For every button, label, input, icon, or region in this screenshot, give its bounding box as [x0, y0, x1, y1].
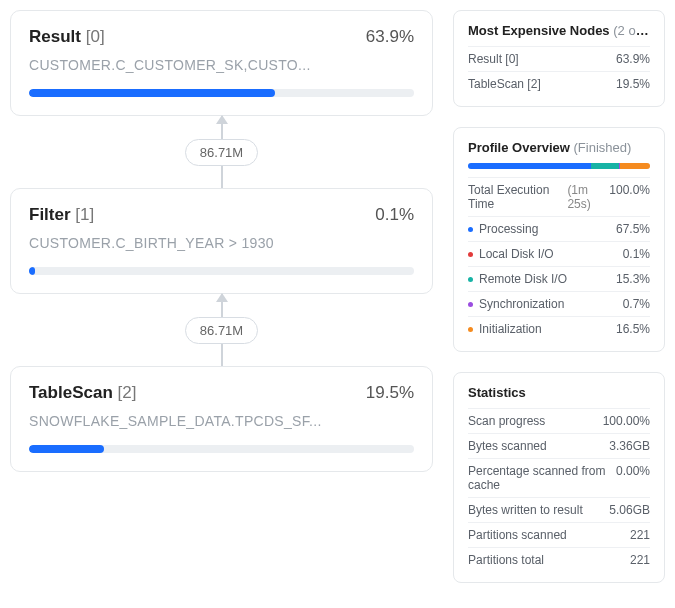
plan-node-filter[interactable]: Filter [1] 0.1% CUSTOMER.C_BIRTH_YEAR > …	[10, 188, 433, 294]
stat-row: Partitions total221	[468, 547, 650, 572]
expensive-nodes-panel: Most Expensive Nodes (2 of ... Result [0…	[453, 10, 665, 107]
arrow-up-icon	[216, 115, 228, 124]
dot-icon	[468, 302, 473, 307]
profile-overview-panel: Profile Overview (Finished) Total Execut…	[453, 127, 665, 352]
stat-row: Scan progress100.00%	[468, 408, 650, 433]
overview-metric-row: Local Disk I/O0.1%	[468, 241, 650, 266]
panel-title: Most Expensive Nodes (2 of ...	[468, 23, 650, 38]
overview-metric-row: Remote Disk I/O15.3%	[468, 266, 650, 291]
node-cost-bar	[29, 267, 414, 275]
plan-node-result[interactable]: Result [0] 63.9% CUSTOMER.C_CUSTOMER_SK,…	[10, 10, 433, 116]
stat-row: Bytes scanned3.36GB	[468, 433, 650, 458]
node-title: Filter [1]	[29, 205, 94, 225]
edge-rowcount: 86.71M	[185, 317, 258, 344]
node-percent: 19.5%	[366, 383, 414, 403]
plan-node-tablescan[interactable]: TableScan [2] 19.5% SNOWFLAKE_SAMPLE_DAT…	[10, 366, 433, 472]
stat-row: Percentage scanned from cache0.00%	[468, 458, 650, 497]
panel-title: Profile Overview (Finished)	[468, 140, 650, 155]
arrow-up-icon	[216, 293, 228, 302]
time-breakdown-bar	[468, 163, 650, 169]
overview-metric-row: Processing67.5%	[468, 216, 650, 241]
node-percent: 63.9%	[366, 27, 414, 47]
query-plan-graph: Result [0] 63.9% CUSTOMER.C_CUSTOMER_SK,…	[10, 10, 433, 583]
node-title: Result [0]	[29, 27, 105, 47]
dot-icon	[468, 252, 473, 257]
node-cost-bar	[29, 445, 414, 453]
node-detail: CUSTOMER.C_BIRTH_YEAR > 1930	[29, 235, 414, 251]
node-title: TableScan [2]	[29, 383, 136, 403]
edge-rowcount: 86.71M	[185, 139, 258, 166]
node-percent: 0.1%	[375, 205, 414, 225]
overview-metric-row: Initialization16.5%	[468, 316, 650, 341]
node-cost-bar	[29, 89, 414, 97]
total-execution-row: Total Execution Time (1m 25s) 100.0%	[468, 177, 650, 216]
node-detail: SNOWFLAKE_SAMPLE_DATA.TPCDS_SF...	[29, 413, 414, 429]
statistics-panel: Statistics Scan progress100.00%Bytes sca…	[453, 372, 665, 583]
edge: 86.71M	[10, 116, 433, 188]
node-detail: CUSTOMER.C_CUSTOMER_SK,CUSTO...	[29, 57, 414, 73]
edge: 86.71M	[10, 294, 433, 366]
dot-icon	[468, 227, 473, 232]
overview-metric-row: Synchronization0.7%	[468, 291, 650, 316]
dot-icon	[468, 327, 473, 332]
expensive-row[interactable]: TableScan [2] 19.5%	[468, 71, 650, 96]
stat-row: Partitions scanned221	[468, 522, 650, 547]
dot-icon	[468, 277, 473, 282]
stat-row: Bytes written to result5.06GB	[468, 497, 650, 522]
expensive-row[interactable]: Result [0] 63.9%	[468, 46, 650, 71]
panel-title: Statistics	[468, 385, 650, 400]
